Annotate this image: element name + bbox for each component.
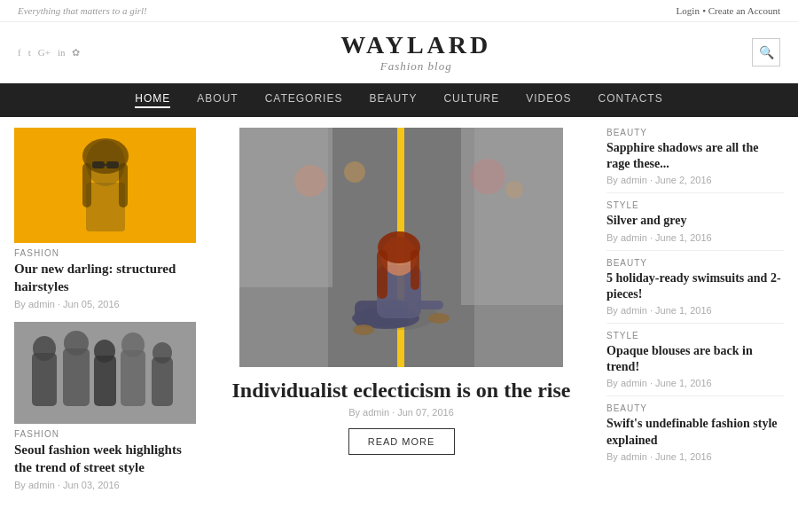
- svg-point-17: [121, 332, 145, 357]
- article-meta-2: By admin · Jun 03, 2016: [14, 480, 196, 490]
- separator: •: [702, 5, 708, 16]
- top-bar-auth: Login • Create an Account: [677, 4, 780, 18]
- googleplus-icon[interactable]: G+: [38, 47, 51, 58]
- article-title-2[interactable]: Seoul fashion week highlights the trend …: [14, 442, 196, 476]
- side-category-2: BEAUTY: [606, 258, 784, 268]
- side-category-4: BEAUTY: [606, 403, 784, 413]
- side-title-0[interactable]: Sapphire shadows are all the rage these.…: [606, 140, 784, 172]
- nav-categories[interactable]: CATEGORIES: [265, 92, 343, 108]
- read-more-button[interactable]: READ MORE: [348, 428, 455, 455]
- side-title-4[interactable]: Swift's undefinable fashion style explai…: [606, 416, 784, 448]
- article-thumb-1: FASHION Our new darling: structured hair…: [14, 128, 196, 309]
- svg-rect-16: [121, 350, 145, 406]
- side-article-1: STYLE Silver and grey By admin · June 1,…: [606, 200, 784, 250]
- brand: WAYLARD Fashion blog: [340, 31, 491, 74]
- svg-rect-35: [377, 250, 387, 299]
- side-meta-2: By admin · June 1, 2016: [606, 305, 784, 316]
- article-meta-1: By admin · Jun 05, 2016: [14, 299, 196, 309]
- svg-rect-27: [239, 128, 332, 287]
- brand-name[interactable]: WAYLARD: [340, 31, 491, 59]
- pinterest-icon[interactable]: ✿: [72, 47, 80, 59]
- nav-about[interactable]: ABOUT: [197, 92, 238, 108]
- side-article-3: STYLE Opaque blouses are back in trend! …: [606, 331, 784, 396]
- side-article-4: BEAUTY Swift's undefinable fashion style…: [606, 403, 784, 468]
- svg-point-38: [428, 313, 450, 324]
- featured-title[interactable]: Individualist eclecticism is on the rise: [208, 378, 594, 403]
- article-thumb-2: FASHION Seoul fashion week highlights th…: [14, 322, 196, 490]
- svg-rect-5: [119, 163, 128, 207]
- svg-rect-36: [411, 250, 419, 290]
- brand-subtitle: Fashion blog: [340, 59, 491, 74]
- svg-rect-12: [63, 348, 90, 406]
- article-category-2: FASHION: [14, 429, 196, 439]
- side-title-2[interactable]: 5 holiday-ready swimsuits and 2-pieces!: [606, 270, 784, 302]
- article-image-2[interactable]: [14, 322, 196, 424]
- svg-point-19: [153, 342, 172, 364]
- nav-culture[interactable]: CULTURE: [443, 92, 499, 108]
- nav-home[interactable]: HOME: [135, 92, 170, 108]
- create-account-link[interactable]: Create an Account: [708, 5, 780, 16]
- side-article-2: BEAUTY 5 holiday-ready swimsuits and 2-p…: [606, 258, 784, 324]
- login-link[interactable]: Login: [677, 5, 700, 16]
- side-meta-0: By admin · June 2, 2016: [606, 175, 784, 185]
- featured-meta: By admin · Jun 07, 2016: [208, 407, 594, 418]
- side-meta-4: By admin · June 1, 2016: [606, 451, 784, 462]
- svg-point-11: [33, 336, 56, 361]
- side-title-1[interactable]: Silver and grey: [606, 213, 784, 229]
- article-image-1[interactable]: [14, 128, 196, 243]
- tagline: Everything that matters to a girl!: [18, 5, 147, 16]
- side-meta-1: By admin · June 1, 2016: [606, 232, 784, 243]
- center-column: Individualist eclecticism is on the rise…: [208, 128, 594, 532]
- svg-rect-28: [461, 128, 563, 305]
- linkedin-icon[interactable]: in: [58, 47, 66, 58]
- main-content: FASHION Our new darling: structured hair…: [0, 117, 798, 532]
- header: f t G+ in ✿ WAYLARD Fashion blog 🔍: [0, 22, 798, 83]
- nav-contacts[interactable]: CONTACTS: [598, 92, 663, 108]
- svg-rect-4: [82, 163, 91, 207]
- side-category-1: STYLE: [606, 200, 784, 210]
- side-article-0: BEAUTY Sapphire shadows are all the rage…: [606, 128, 784, 193]
- search-button[interactable]: 🔍: [752, 38, 780, 66]
- svg-rect-7: [106, 161, 119, 168]
- twitter-icon[interactable]: t: [28, 47, 31, 58]
- svg-point-13: [64, 331, 89, 356]
- top-bar: Everything that matters to a girl! Login…: [0, 0, 798, 22]
- side-meta-3: By admin · June 1, 2016: [606, 378, 784, 388]
- right-column: BEAUTY Sapphire shadows are all the rage…: [606, 128, 784, 532]
- svg-rect-14: [94, 356, 116, 406]
- svg-rect-39: [417, 301, 443, 309]
- nav-beauty[interactable]: BEAUTY: [369, 92, 417, 108]
- side-title-3[interactable]: Opaque blouses are back in trend!: [606, 343, 784, 375]
- svg-point-37: [353, 325, 374, 335]
- svg-rect-18: [152, 357, 173, 406]
- featured-image[interactable]: [208, 128, 594, 367]
- article-category-1: FASHION: [14, 248, 196, 258]
- svg-point-15: [94, 340, 115, 363]
- nav-videos[interactable]: VIDEOS: [526, 92, 571, 108]
- side-category-0: BEAUTY: [606, 128, 784, 137]
- svg-rect-6: [92, 161, 105, 168]
- article-title-1[interactable]: Our new darling: structured hairstyles: [14, 261, 196, 295]
- side-category-3: STYLE: [606, 331, 784, 340]
- svg-point-24: [344, 161, 365, 183]
- facebook-icon[interactable]: f: [18, 47, 21, 58]
- main-nav: HOME ABOUT CATEGORIES BEAUTY CULTURE VID…: [0, 83, 798, 117]
- left-column: FASHION Our new darling: structured hair…: [14, 128, 196, 532]
- social-icons: f t G+ in ✿: [18, 47, 80, 59]
